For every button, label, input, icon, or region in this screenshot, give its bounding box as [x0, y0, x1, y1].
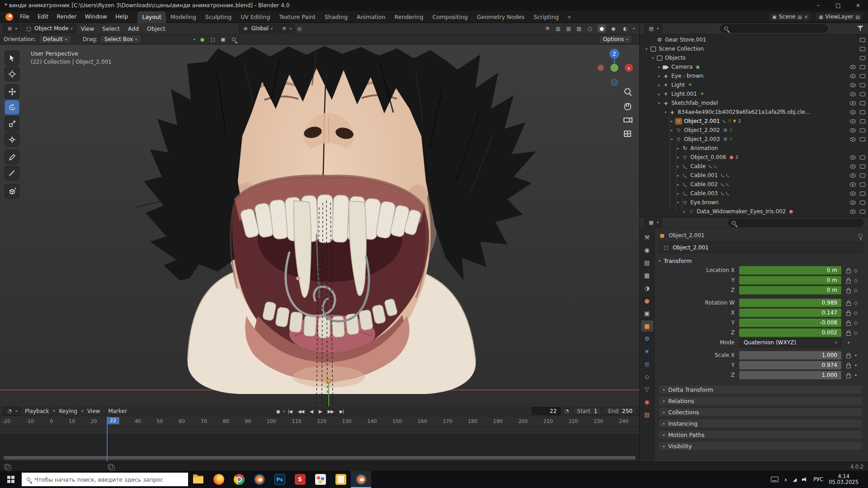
- animate-dot-icon[interactable]: •: [852, 352, 860, 358]
- disable-render-toggle[interactable]: [860, 210, 865, 214]
- hide-viewport-toggle[interactable]: [850, 183, 856, 187]
- hide-viewport-toggle[interactable]: [850, 137, 856, 141]
- outliner-row[interactable]: Gear Store.001: [640, 35, 868, 44]
- menu-help[interactable]: Help: [111, 11, 132, 23]
- network-icon[interactable]: ◢: [793, 477, 797, 483]
- tool-select-box[interactable]: [5, 51, 19, 66]
- tab-tool[interactable]: ⚒: [641, 232, 653, 243]
- pin-icon[interactable]: [859, 234, 863, 238]
- expand-arrow[interactable]: ▸: [656, 83, 662, 87]
- disable-render-toggle[interactable]: [860, 155, 865, 160]
- touch-keyboard-icon[interactable]: [771, 477, 778, 482]
- show-gizmo-icon[interactable]: ▥: [555, 26, 561, 32]
- hide-viewport-toggle[interactable]: [850, 201, 856, 205]
- hide-viewport-toggle[interactable]: [850, 210, 856, 214]
- zoom-tool-icon[interactable]: [230, 38, 237, 41]
- shading-wireframe-icon[interactable]: ○: [586, 24, 594, 33]
- tab-texture[interactable]: ▨: [641, 409, 653, 420]
- tab-collection[interactable]: ▣: [641, 308, 653, 319]
- disable-render-toggle[interactable]: [860, 183, 865, 187]
- outliner-row[interactable]: ▾ Objects: [640, 53, 868, 62]
- lock-icon[interactable]: [844, 319, 852, 326]
- location-z-field[interactable]: 0 m: [739, 286, 841, 295]
- hidden-icons-chevron[interactable]: ∧: [784, 477, 787, 482]
- timeline-keyframe-area[interactable]: [0, 427, 639, 462]
- menu-edit[interactable]: Edit: [33, 11, 52, 23]
- lock-icon[interactable]: [844, 352, 852, 358]
- tool-rotate[interactable]: [5, 100, 19, 115]
- tab-constraints[interactable]: ◇: [641, 371, 653, 382]
- taskbar-blender-running[interactable]: [351, 471, 371, 488]
- disable-render-toggle[interactable]: [860, 201, 865, 205]
- tab-output[interactable]: ▤: [641, 257, 653, 268]
- tool-transform[interactable]: [5, 132, 19, 147]
- section-visibility[interactable]: ▸Visibility: [659, 441, 863, 450]
- menu-window[interactable]: Window: [81, 11, 111, 23]
- tab-texture-paint[interactable]: Texture Paint: [274, 11, 320, 23]
- tool-measure[interactable]: [5, 166, 19, 181]
- tool-cursor[interactable]: [5, 66, 19, 81]
- disable-render-toggle[interactable]: [860, 101, 865, 105]
- tool-annotate[interactable]: [5, 150, 19, 164]
- timeline-editor-type-button[interactable]: ◔▾: [3, 407, 21, 416]
- menu-select[interactable]: Select: [99, 25, 123, 32]
- outliner-row[interactable]: ▾ Eye.brown: [640, 198, 868, 207]
- shading-rendered-icon[interactable]: ◐: [621, 24, 629, 33]
- tab-scripting[interactable]: Scripting: [529, 11, 563, 23]
- outliner-row[interactable]: ▾ Sketchfab_model: [640, 99, 868, 108]
- hide-viewport-toggle[interactable]: [850, 174, 856, 178]
- disable-render-toggle[interactable]: [860, 56, 865, 60]
- menu-object[interactable]: Object: [143, 25, 169, 32]
- tab-uv-editing[interactable]: UV Editing: [236, 11, 274, 23]
- outliner-row[interactable]: ▾ Scene Collection: [640, 44, 868, 53]
- outliner-row[interactable]: ▸ Cable.003: [640, 189, 868, 198]
- jump-to-end-button[interactable]: ▶|: [337, 409, 346, 414]
- expand-arrow[interactable]: ▸: [656, 65, 662, 69]
- expand-arrow[interactable]: ▾: [650, 56, 656, 60]
- tab-shading[interactable]: Shading: [320, 11, 352, 23]
- texture-box-icon[interactable]: □: [209, 37, 216, 42]
- outliner-row[interactable]: ▸ Cable: [640, 162, 868, 171]
- expand-arrow[interactable]: ▸: [656, 92, 662, 96]
- viewlayer-name[interactable]: ViewLayer: [826, 14, 854, 20]
- drag-dropdown[interactable]: Select Box▾: [100, 35, 141, 43]
- tab-geometry-nodes[interactable]: Geometry Nodes: [472, 11, 529, 23]
- options-dropdown[interactable]: Options▾: [599, 35, 632, 43]
- lock-icon[interactable]: [844, 310, 852, 316]
- tab-object[interactable]: ■: [641, 320, 653, 332]
- outliner-row[interactable]: ▾ Object_2.003: [640, 135, 868, 144]
- section-relations[interactable]: ▸Relations: [659, 396, 863, 405]
- playhead-frame-badge[interactable]: 22: [107, 417, 119, 424]
- taskbar-firefox[interactable]: [208, 471, 229, 488]
- hide-viewport-toggle[interactable]: [850, 65, 856, 69]
- outliner-row[interactable]: ▾ 834ae4e490c1b40029a6fa621a1afa2f6.obj.…: [640, 108, 868, 117]
- outliner-row[interactable]: ▸ Data_Widowmaker_Eyes_Iris.002: [640, 207, 868, 216]
- scale-y-field[interactable]: 0.974: [739, 361, 841, 370]
- lock-icon[interactable]: [844, 329, 852, 336]
- rotation-w-field[interactable]: 0.989: [739, 299, 841, 307]
- transform-panel-header[interactable]: ▾ Transform: [659, 256, 863, 265]
- taskbar-chrome[interactable]: [229, 471, 249, 488]
- outliner-row[interactable]: ▸ Light: [640, 80, 868, 89]
- hide-viewport-toggle[interactable]: [850, 92, 856, 96]
- outliner-row[interactable]: ▸ Object_2.002: [640, 126, 868, 135]
- taskbar-sai[interactable]: S: [290, 471, 310, 488]
- disable-render-toggle[interactable]: [860, 164, 865, 169]
- hide-viewport-toggle[interactable]: [850, 164, 856, 169]
- tab-material[interactable]: ◉: [641, 396, 653, 408]
- keyframe-diamond-icon[interactable]: ◇: [852, 310, 860, 316]
- outliner-row-active[interactable]: ▸ Object_2.001 2: [640, 117, 868, 126]
- timeline-ruler[interactable]: -20-100 102030 405060 708090 100110120 1…: [0, 416, 639, 427]
- keyframe-diamond-icon[interactable]: ◇: [852, 300, 860, 306]
- add-workspace-button[interactable]: +: [563, 11, 575, 23]
- orientation-dropdown[interactable]: Default▾: [39, 35, 71, 43]
- taskbar-search[interactable]: Чтобы начать поиск, введите здесь запрос: [22, 473, 188, 486]
- tool-add-cube[interactable]: [5, 184, 19, 199]
- maximize-button[interactable]: □: [828, 0, 848, 11]
- tab-modeling[interactable]: Modeling: [166, 11, 201, 23]
- tab-view-layer[interactable]: ▦: [641, 270, 653, 281]
- breadcrumb-object[interactable]: Object_2.001: [669, 232, 704, 239]
- menu-render[interactable]: Render: [52, 11, 81, 23]
- scene-selector[interactable]: ▣ Scene ▤ ×: [769, 12, 811, 21]
- play-button[interactable]: ▶: [316, 409, 325, 414]
